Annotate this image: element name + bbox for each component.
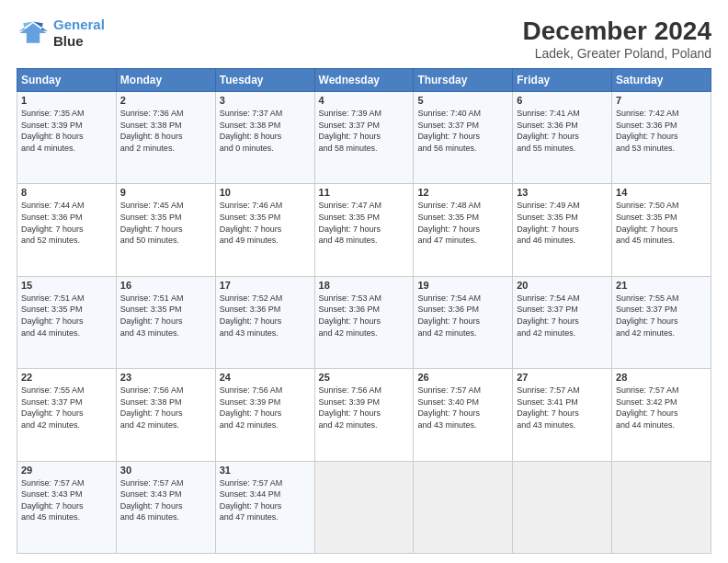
day-info: Sunrise: 7:55 AM Sunset: 3:37 PM Dayligh…	[21, 385, 112, 431]
day-number: 27	[517, 372, 608, 383]
week-row-5: 29Sunrise: 7:57 AM Sunset: 3:43 PM Dayli…	[17, 461, 711, 553]
day-info: Sunrise: 7:36 AM Sunset: 3:38 PM Dayligh…	[120, 108, 211, 154]
day-info: Sunrise: 7:44 AM Sunset: 3:36 PM Dayligh…	[21, 200, 112, 246]
day-cell: 26Sunrise: 7:57 AM Sunset: 3:40 PM Dayli…	[414, 369, 513, 461]
day-info: Sunrise: 7:46 AM Sunset: 3:35 PM Dayligh…	[220, 200, 311, 246]
day-info: Sunrise: 7:47 AM Sunset: 3:35 PM Dayligh…	[319, 200, 410, 246]
day-info: Sunrise: 7:50 AM Sunset: 3:35 PM Dayligh…	[616, 200, 707, 246]
day-cell: 10Sunrise: 7:46 AM Sunset: 3:35 PM Dayli…	[215, 184, 314, 276]
day-number: 4	[319, 95, 410, 106]
day-number: 29	[21, 465, 112, 476]
day-cell: 30Sunrise: 7:57 AM Sunset: 3:43 PM Dayli…	[116, 461, 215, 553]
day-cell: 1Sunrise: 7:35 AM Sunset: 3:39 PM Daylig…	[17, 92, 117, 184]
day-info: Sunrise: 7:57 AM Sunset: 3:43 PM Dayligh…	[21, 477, 112, 523]
logo-text: General Blue	[53, 17, 105, 50]
col-header-wednesday: Wednesday	[314, 69, 414, 92]
day-number: 19	[417, 280, 508, 291]
calendar-header-row: SundayMondayTuesdayWednesdayThursdayFrid…	[17, 69, 711, 92]
day-cell: 12Sunrise: 7:48 AM Sunset: 3:35 PM Dayli…	[414, 184, 513, 276]
day-info: Sunrise: 7:45 AM Sunset: 3:35 PM Dayligh…	[120, 200, 211, 246]
week-row-4: 22Sunrise: 7:55 AM Sunset: 3:37 PM Dayli…	[17, 369, 711, 461]
day-cell: 13Sunrise: 7:49 AM Sunset: 3:35 PM Dayli…	[513, 184, 612, 276]
day-cell: 28Sunrise: 7:57 AM Sunset: 3:42 PM Dayli…	[612, 369, 711, 461]
day-cell: 4Sunrise: 7:39 AM Sunset: 3:37 PM Daylig…	[314, 92, 414, 184]
day-number: 21	[616, 280, 707, 291]
day-number: 18	[319, 280, 410, 291]
page: General Blue December 2024 Ladek, Greate…	[0, 0, 728, 563]
day-cell: 11Sunrise: 7:47 AM Sunset: 3:35 PM Dayli…	[314, 184, 414, 276]
day-cell: 24Sunrise: 7:56 AM Sunset: 3:39 PM Dayli…	[215, 369, 314, 461]
day-number: 17	[220, 280, 311, 291]
col-header-thursday: Thursday	[414, 69, 513, 92]
header: General Blue December 2024 Ladek, Greate…	[17, 17, 711, 61]
week-row-2: 8Sunrise: 7:44 AM Sunset: 3:36 PM Daylig…	[17, 184, 711, 276]
day-cell: 3Sunrise: 7:37 AM Sunset: 3:38 PM Daylig…	[215, 92, 314, 184]
col-header-sunday: Sunday	[17, 69, 117, 92]
day-number: 10	[220, 187, 311, 198]
day-cell: 25Sunrise: 7:56 AM Sunset: 3:39 PM Dayli…	[314, 369, 414, 461]
day-number: 26	[417, 372, 508, 383]
logo-line2: Blue	[53, 33, 84, 49]
day-info: Sunrise: 7:54 AM Sunset: 3:37 PM Dayligh…	[517, 293, 608, 339]
day-info: Sunrise: 7:57 AM Sunset: 3:40 PM Dayligh…	[417, 385, 508, 431]
svg-marker-0	[20, 23, 47, 43]
day-cell: 20Sunrise: 7:54 AM Sunset: 3:37 PM Dayli…	[513, 276, 612, 368]
day-cell: 7Sunrise: 7:42 AM Sunset: 3:36 PM Daylig…	[612, 92, 711, 184]
col-header-saturday: Saturday	[612, 69, 711, 92]
day-number: 24	[220, 372, 311, 383]
day-cell	[513, 461, 612, 553]
day-cell: 19Sunrise: 7:54 AM Sunset: 3:36 PM Dayli…	[414, 276, 513, 368]
day-info: Sunrise: 7:57 AM Sunset: 3:42 PM Dayligh…	[616, 385, 707, 431]
day-info: Sunrise: 7:57 AM Sunset: 3:44 PM Dayligh…	[220, 477, 311, 523]
day-cell: 9Sunrise: 7:45 AM Sunset: 3:35 PM Daylig…	[116, 184, 215, 276]
logo-line1: General	[53, 17, 105, 32]
day-number: 6	[517, 95, 608, 106]
day-info: Sunrise: 7:49 AM Sunset: 3:35 PM Dayligh…	[517, 200, 608, 246]
day-number: 14	[616, 187, 707, 198]
day-number: 25	[319, 372, 410, 383]
day-number: 15	[21, 280, 112, 291]
day-info: Sunrise: 7:56 AM Sunset: 3:39 PM Dayligh…	[319, 385, 410, 431]
day-cell: 14Sunrise: 7:50 AM Sunset: 3:35 PM Dayli…	[612, 184, 711, 276]
day-cell: 21Sunrise: 7:55 AM Sunset: 3:37 PM Dayli…	[612, 276, 711, 368]
day-number: 12	[417, 187, 508, 198]
day-info: Sunrise: 7:51 AM Sunset: 3:35 PM Dayligh…	[21, 293, 112, 339]
day-info: Sunrise: 7:53 AM Sunset: 3:36 PM Dayligh…	[319, 293, 410, 339]
day-cell: 17Sunrise: 7:52 AM Sunset: 3:36 PM Dayli…	[215, 276, 314, 368]
day-number: 7	[616, 95, 707, 106]
col-header-tuesday: Tuesday	[215, 69, 314, 92]
day-number: 20	[517, 280, 608, 291]
day-info: Sunrise: 7:52 AM Sunset: 3:36 PM Dayligh…	[220, 293, 311, 339]
day-info: Sunrise: 7:42 AM Sunset: 3:36 PM Dayligh…	[616, 108, 707, 154]
day-number: 3	[220, 95, 311, 106]
week-row-3: 15Sunrise: 7:51 AM Sunset: 3:35 PM Dayli…	[17, 276, 711, 368]
day-info: Sunrise: 7:57 AM Sunset: 3:43 PM Dayligh…	[120, 477, 211, 523]
day-number: 2	[120, 95, 211, 106]
day-cell: 6Sunrise: 7:41 AM Sunset: 3:36 PM Daylig…	[513, 92, 612, 184]
day-cell	[314, 461, 414, 553]
logo-icon	[17, 17, 50, 50]
calendar-table: SundayMondayTuesdayWednesdayThursdayFrid…	[17, 68, 711, 554]
day-info: Sunrise: 7:35 AM Sunset: 3:39 PM Dayligh…	[21, 108, 112, 154]
day-cell: 31Sunrise: 7:57 AM Sunset: 3:44 PM Dayli…	[215, 461, 314, 553]
day-info: Sunrise: 7:56 AM Sunset: 3:39 PM Dayligh…	[220, 385, 311, 431]
day-info: Sunrise: 7:55 AM Sunset: 3:37 PM Dayligh…	[616, 293, 707, 339]
calendar-subtitle: Ladek, Greater Poland, Poland	[523, 46, 711, 61]
day-cell: 16Sunrise: 7:51 AM Sunset: 3:35 PM Dayli…	[116, 276, 215, 368]
day-number: 16	[120, 280, 211, 291]
day-info: Sunrise: 7:41 AM Sunset: 3:36 PM Dayligh…	[517, 108, 608, 154]
day-info: Sunrise: 7:39 AM Sunset: 3:37 PM Dayligh…	[319, 108, 410, 154]
day-cell: 22Sunrise: 7:55 AM Sunset: 3:37 PM Dayli…	[17, 369, 117, 461]
day-number: 13	[517, 187, 608, 198]
day-cell: 8Sunrise: 7:44 AM Sunset: 3:36 PM Daylig…	[17, 184, 117, 276]
day-info: Sunrise: 7:51 AM Sunset: 3:35 PM Dayligh…	[120, 293, 211, 339]
day-info: Sunrise: 7:40 AM Sunset: 3:37 PM Dayligh…	[417, 108, 508, 154]
day-number: 23	[120, 372, 211, 383]
week-row-1: 1Sunrise: 7:35 AM Sunset: 3:39 PM Daylig…	[17, 92, 711, 184]
calendar-title: December 2024	[523, 17, 711, 46]
day-number: 31	[220, 465, 311, 476]
day-number: 11	[319, 187, 410, 198]
day-cell: 18Sunrise: 7:53 AM Sunset: 3:36 PM Dayli…	[314, 276, 414, 368]
day-info: Sunrise: 7:37 AM Sunset: 3:38 PM Dayligh…	[220, 108, 311, 154]
day-cell: 29Sunrise: 7:57 AM Sunset: 3:43 PM Dayli…	[17, 461, 117, 553]
